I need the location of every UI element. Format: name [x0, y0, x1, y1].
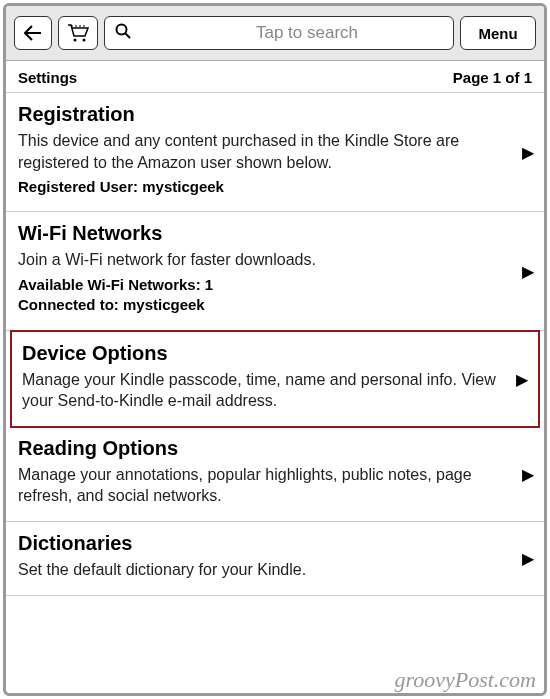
item-title: Wi-Fi Networks — [18, 222, 530, 245]
svg-point-0 — [74, 39, 77, 42]
chevron-right-icon: ▶ — [522, 261, 534, 280]
item-desc: This device and any content purchased in… — [18, 130, 530, 173]
settings-item-device-options[interactable]: Device Options Manage your Kindle passco… — [10, 330, 540, 428]
chevron-right-icon: ▶ — [516, 369, 528, 388]
store-button[interactable] — [58, 16, 98, 50]
search-input[interactable]: Tap to search — [104, 16, 454, 50]
item-desc: Join a Wi-Fi network for faster download… — [18, 249, 530, 271]
watermark: groovyPost.com — [394, 667, 536, 693]
settings-item-registration[interactable]: Registration This device and any content… — [6, 93, 544, 212]
item-title: Dictionaries — [18, 532, 530, 555]
svg-point-1 — [83, 39, 86, 42]
toolbar: Tap to search Menu — [6, 6, 544, 61]
settings-item-wifi[interactable]: Wi-Fi Networks Join a Wi-Fi network for … — [6, 212, 544, 330]
window: Tap to search Menu Settings Page 1 of 1 … — [3, 3, 547, 696]
header-row: Settings Page 1 of 1 — [6, 61, 544, 93]
chevron-right-icon: ▶ — [522, 143, 534, 162]
search-icon — [115, 23, 131, 44]
svg-line-3 — [126, 33, 131, 38]
item-desc: Set the default dictionary for your Kind… — [18, 559, 530, 581]
item-desc: Manage your Kindle passcode, time, name … — [22, 369, 526, 412]
menu-button[interactable]: Menu — [460, 16, 536, 50]
item-meta: Registered User: mysticgeek — [18, 177, 530, 197]
item-meta: Available Wi-Fi Networks: 1 Connected to… — [18, 275, 530, 316]
item-title: Registration — [18, 103, 530, 126]
search-placeholder: Tap to search — [171, 23, 443, 43]
svg-point-2 — [117, 24, 127, 34]
cart-icon — [67, 24, 89, 42]
back-arrow-icon — [24, 25, 42, 41]
settings-item-reading-options[interactable]: Reading Options Manage your annotations,… — [6, 427, 544, 522]
chevron-right-icon: ▶ — [522, 549, 534, 568]
chevron-right-icon: ▶ — [522, 464, 534, 483]
menu-label: Menu — [478, 25, 517, 42]
item-desc: Manage your annotations, popular highlig… — [18, 464, 530, 507]
page-info: Page 1 of 1 — [453, 69, 532, 86]
settings-list: Registration This device and any content… — [6, 93, 544, 596]
settings-item-dictionaries[interactable]: Dictionaries Set the default dictionary … — [6, 522, 544, 596]
page-title: Settings — [18, 69, 77, 86]
item-title: Reading Options — [18, 437, 530, 460]
back-button[interactable] — [14, 16, 52, 50]
item-title: Device Options — [22, 342, 526, 365]
